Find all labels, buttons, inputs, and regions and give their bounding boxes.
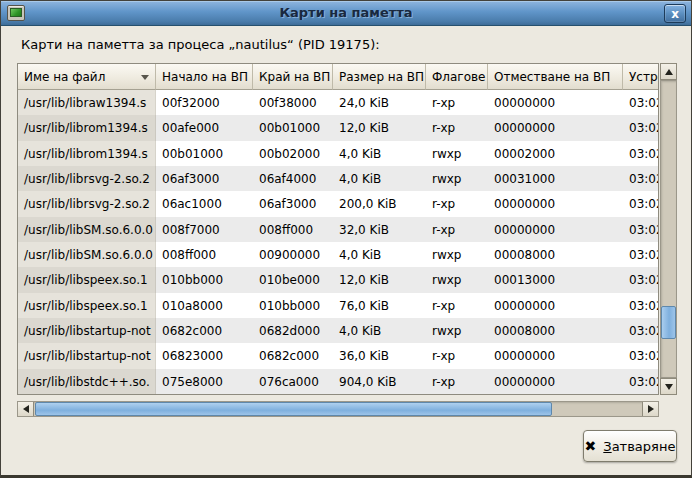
- table-row[interactable]: /usr/lib/libstdc++.so. 075e8000 076ca000…: [18, 369, 658, 394]
- cell-vm-offset: 00000000: [488, 90, 623, 115]
- cell-filename: /usr/lib/libSM.so.6.0.0: [18, 242, 156, 267]
- close-button-label: Затваряне: [603, 439, 675, 454]
- table-row[interactable]: /usr/lib/libspeex.so.1 010a8000 010bb000…: [18, 293, 658, 318]
- cell-vm-end: 010be000: [253, 267, 333, 292]
- sort-descending-icon: [141, 75, 149, 80]
- cell-flags: r-xp: [426, 343, 488, 368]
- cell-device: 03:02: [623, 191, 659, 216]
- cell-vm-offset: 00000000: [488, 217, 623, 242]
- column-header-vm-offset[interactable]: Отместване на ВП: [488, 64, 623, 90]
- cell-filename: /usr/lib/libstartup-not: [18, 343, 156, 368]
- column-header-flags[interactable]: Флагове: [426, 64, 488, 90]
- horizontal-scrollbar[interactable]: [17, 401, 659, 417]
- table-row[interactable]: /usr/lib/librsvg-2.so.2 06ac1000 06af300…: [18, 191, 658, 216]
- cell-flags: rwxp: [426, 141, 488, 166]
- column-header-vm-start[interactable]: Начало на ВП: [156, 64, 253, 90]
- monitor-screen: [10, 8, 22, 17]
- cell-vm-end: 00b02000: [253, 141, 333, 166]
- cell-flags: r-xp: [426, 90, 488, 115]
- column-header-vm-size[interactable]: Размер на ВП: [333, 64, 426, 90]
- cell-vm-end: 076ca000: [253, 369, 333, 394]
- table-row[interactable]: /usr/lib/librom1394.s 00b01000 00b02000 …: [18, 141, 658, 166]
- cell-device: 03:02: [623, 217, 659, 242]
- cell-filename: /usr/lib/libstdc++.so.: [18, 369, 156, 394]
- table-row[interactable]: /usr/lib/libSM.so.6.0.0 008ff000 0090000…: [18, 242, 658, 267]
- cell-vm-start: 00afe000: [156, 115, 253, 140]
- cell-vm-size: 12,0 KiB: [333, 267, 426, 292]
- cell-vm-end: 0682d000: [253, 318, 333, 343]
- cell-vm-start: 008f7000: [156, 217, 253, 242]
- cell-flags: rwxp: [426, 267, 488, 292]
- cell-flags: r-xp: [426, 369, 488, 394]
- table-row[interactable]: /usr/lib/libraw1394.s 00f32000 00f38000 …: [18, 90, 658, 115]
- vertical-scrollbar[interactable]: [660, 63, 677, 395]
- cell-device: 03:02: [623, 141, 659, 166]
- cell-vm-start: 008ff000: [156, 242, 253, 267]
- column-header-filename[interactable]: Име на файл: [18, 64, 156, 90]
- cell-device: 03:02: [623, 267, 659, 292]
- column-header-vm-end[interactable]: Край на ВП: [253, 64, 333, 90]
- cell-flags: r-xp: [426, 115, 488, 140]
- cell-vm-start: 06af3000: [156, 166, 253, 191]
- memory-maps-table: Име на файл Начало на ВП Край на ВП Разм…: [17, 63, 659, 395]
- horizontal-scrollbar-thumb[interactable]: [35, 402, 552, 416]
- cell-vm-offset: 00013000: [488, 267, 623, 292]
- table-row[interactable]: /usr/lib/libstartup-not 0682c000 0682d00…: [18, 318, 658, 343]
- scroll-left-button[interactable]: [18, 402, 34, 416]
- process-label: Карти на паметта за процеса „nautilus“ (…: [21, 37, 380, 52]
- cell-vm-size: 4,0 KiB: [333, 141, 426, 166]
- cell-filename: /usr/lib/libspeex.so.1: [18, 267, 156, 292]
- cell-vm-start: 010bb000: [156, 267, 253, 292]
- cell-vm-end: 06af4000: [253, 166, 333, 191]
- arrow-left-icon: [23, 405, 29, 413]
- cell-filename: /usr/lib/librom1394.s: [18, 115, 156, 140]
- table-header-row: Име на файл Начало на ВП Край на ВП Разм…: [18, 64, 658, 90]
- table-row[interactable]: /usr/lib/librom1394.s 00afe000 00b01000 …: [18, 115, 658, 140]
- cell-vm-offset: 00008000: [488, 318, 623, 343]
- table-row[interactable]: /usr/lib/libstartup-not 06823000 0682c00…: [18, 343, 658, 368]
- cell-vm-offset: 00000000: [488, 369, 623, 394]
- table-row[interactable]: /usr/lib/librsvg-2.so.2 06af3000 06af400…: [18, 166, 658, 191]
- cell-filename: /usr/lib/librsvg-2.so.2: [18, 166, 156, 191]
- column-header-label: Име на файл: [24, 70, 105, 84]
- cell-flags: r-xp: [426, 293, 488, 318]
- table-row[interactable]: /usr/lib/libspeex.so.1 010bb000 010be000…: [18, 267, 658, 292]
- column-header-device[interactable]: Устро: [623, 64, 658, 90]
- cell-vm-start: 010a8000: [156, 293, 253, 318]
- cell-device: 03:02: [623, 90, 659, 115]
- cell-flags: r-xp: [426, 191, 488, 216]
- cell-vm-offset: 00031000: [488, 166, 623, 191]
- cell-vm-offset: 00002000: [488, 141, 623, 166]
- cell-filename: /usr/lib/libspeex.so.1: [18, 293, 156, 318]
- cell-device: 03:02: [623, 369, 659, 394]
- cell-filename: /usr/lib/librsvg-2.so.2: [18, 191, 156, 216]
- cell-vm-offset: 00000000: [488, 115, 623, 140]
- cell-filename: /usr/lib/librom1394.s: [18, 141, 156, 166]
- arrow-right-icon: [648, 405, 654, 413]
- scroll-up-button[interactable]: [660, 63, 677, 80]
- cell-vm-size: 4,0 KiB: [333, 166, 426, 191]
- cell-filename: /usr/lib/libSM.so.6.0.0: [18, 217, 156, 242]
- titlebar[interactable]: Карти на паметта x: [1, 1, 691, 26]
- cell-vm-size: 200,0 KiB: [333, 191, 426, 216]
- cell-vm-start: 06ac1000: [156, 191, 253, 216]
- scroll-down-button[interactable]: [660, 378, 677, 395]
- scroll-right-button[interactable]: [642, 402, 658, 416]
- cell-vm-offset: 00000000: [488, 293, 623, 318]
- cell-vm-size: 32,0 KiB: [333, 217, 426, 242]
- cell-device: 03:02: [623, 318, 659, 343]
- close-x-icon: ✖: [585, 439, 597, 453]
- cell-vm-end: 06af3000: [253, 191, 333, 216]
- cell-device: 03:02: [623, 115, 659, 140]
- vertical-scrollbar-thumb[interactable]: [661, 306, 676, 339]
- cell-filename: /usr/lib/libraw1394.s: [18, 90, 156, 115]
- cell-vm-size: 904,0 KiB: [333, 369, 426, 394]
- cell-vm-end: 00900000: [253, 242, 333, 267]
- close-icon[interactable]: x: [664, 4, 686, 23]
- cell-flags: rwxp: [426, 318, 488, 343]
- cell-vm-offset: 00008000: [488, 242, 623, 267]
- system-monitor-icon[interactable]: [7, 5, 25, 21]
- table-row[interactable]: /usr/lib/libSM.so.6.0.0 008f7000 008ff00…: [18, 217, 658, 242]
- close-button[interactable]: ✖ Затваряне: [583, 430, 677, 462]
- cell-vm-size: 76,0 KiB: [333, 293, 426, 318]
